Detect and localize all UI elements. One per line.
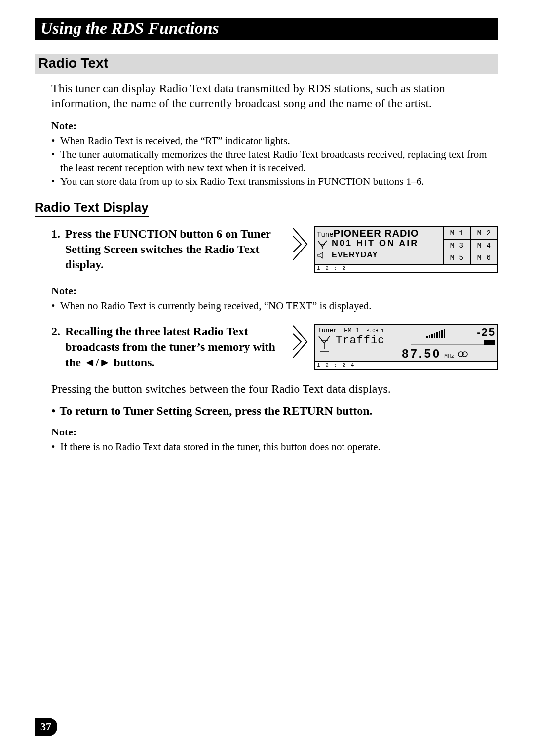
- lcd-display-1: TunePIONEER RADIO N01 HIT ON AIR: [314, 226, 498, 273]
- antenna-icon: [317, 240, 328, 251]
- svg-rect-6: [436, 332, 438, 338]
- note-1-list: •When Radio Text is received, the “RT” i…: [51, 134, 498, 188]
- antenna-icon: [318, 335, 331, 354]
- note-1-item: When Radio Text is received, the “RT” in…: [60, 134, 290, 147]
- svg-rect-4: [431, 334, 433, 338]
- note-3-item: If there is no Radio Text data stored in…: [60, 440, 381, 453]
- lcd1-line2: N01 HIT ON AIR: [332, 238, 419, 248]
- stereo-icon: [458, 351, 468, 360]
- step-1-number: 1.: [51, 226, 60, 273]
- svg-rect-10: [411, 344, 495, 345]
- note-2-item: When no Radio Text is currently being re…: [60, 299, 372, 312]
- lcd2-db-value: -25: [477, 326, 495, 339]
- svg-rect-7: [439, 331, 440, 338]
- lcd-display-2: -25 dB Tuner FM 1 P.CH 1 Traffic: [314, 324, 498, 370]
- svg-rect-3: [429, 335, 430, 338]
- lcd2-time: 1 2 : 2 4: [315, 361, 497, 369]
- lcd1-preset: M 1: [444, 227, 471, 240]
- lcd1-time: 1 2 : 2: [315, 264, 497, 272]
- page-number: 37: [35, 718, 57, 736]
- chapter-title: Using the RDS Functions: [35, 18, 498, 40]
- lcd1-preset-grid: M 1 M 2 M 3 M 4 M 5 M 6: [443, 227, 497, 264]
- lcd2-pch: P.CH 1: [366, 328, 384, 334]
- lcd1-preset: M 4: [471, 240, 498, 252]
- step-1-row: 1. Press the FUNCTION button 6 on Tuner …: [51, 226, 498, 273]
- svg-rect-5: [434, 333, 435, 338]
- lcd2-tuner-label: Tuner: [318, 327, 337, 334]
- lcd1-tune-label: Tune: [317, 231, 334, 239]
- lcd2-mhz: MHz: [444, 353, 454, 359]
- section-title: Radio Text: [35, 54, 498, 74]
- lcd1-line3: EVERYDAY: [332, 251, 378, 259]
- lcd1-line1: PIONEER RADIO: [334, 228, 419, 239]
- intro-paragraph: This tuner can display Radio Text data t…: [51, 81, 498, 110]
- speaker-icon: [317, 252, 328, 261]
- note-label-2: Note:: [51, 285, 498, 297]
- step-1-text: Press the FUNCTION button 6 on Tuner Set…: [65, 226, 279, 273]
- lcd2-frequency: 87.50: [402, 347, 441, 360]
- volume-bar-icon: [411, 339, 495, 346]
- subsection-title: Radio Text Display: [35, 200, 149, 217]
- svg-rect-2: [426, 336, 428, 338]
- note-1-item: You can store data from up to six Radio …: [60, 175, 424, 188]
- lcd1-preset: M 6: [471, 252, 498, 264]
- pointer-icon: [291, 226, 309, 262]
- note-label-1: Note:: [51, 119, 498, 132]
- step-2-text: Recalling the three latest Radio Text br…: [65, 324, 279, 370]
- signal-bars-icon: [426, 329, 469, 338]
- note-1-item: The tuner automatically memorizes the th…: [60, 148, 498, 174]
- note-3-list: •If there is no Radio Text data stored i…: [51, 440, 498, 453]
- return-bullet: •To return to Tuner Setting Screen, pres…: [51, 404, 498, 418]
- paragraph-after-step2: Pressing the button switches between the…: [51, 382, 498, 396]
- lcd2-band: FM 1: [344, 327, 359, 334]
- lcd1-preset: M 3: [444, 240, 471, 252]
- lcd1-preset: M 2: [471, 227, 498, 240]
- note-label-3: Note:: [51, 426, 498, 438]
- step-2-number: 2.: [51, 324, 60, 370]
- svg-rect-9: [444, 329, 445, 338]
- svg-rect-11: [484, 340, 495, 345]
- step-2-row: 2. Recalling the three latest Radio Text…: [51, 324, 498, 370]
- note-2-list: •When no Radio Text is currently being r…: [51, 299, 498, 312]
- pointer-icon: [291, 324, 309, 360]
- lcd1-preset: M 5: [444, 252, 471, 264]
- svg-rect-8: [441, 330, 443, 338]
- return-bullet-text: To return to Tuner Setting Screen, press…: [59, 404, 372, 418]
